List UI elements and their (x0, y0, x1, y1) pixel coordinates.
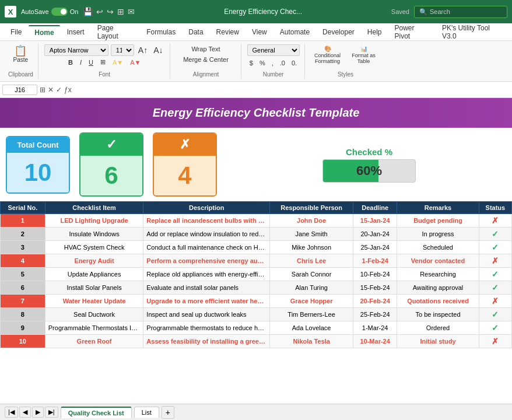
cell-description[interactable]: Replace all incandescent bulbs with LED … (143, 214, 270, 228)
cell-person[interactable]: Tim Berners-Lee (270, 308, 353, 321)
italic-button[interactable]: I (78, 58, 84, 67)
cell-remarks[interactable]: Vendor contacted (397, 254, 479, 268)
number-format-select[interactable]: General (247, 44, 300, 56)
conditional-formatting-button[interactable]: 🎨 Conditional Formatting (311, 44, 345, 65)
underline-button[interactable]: U (86, 58, 96, 67)
cell-status[interactable]: ✓ (479, 268, 511, 281)
cell-description[interactable]: Perform a comprehensive energy audit of … (143, 254, 270, 268)
cell-deadline[interactable]: 15-Jan-24 (353, 214, 397, 228)
wrap-text-button[interactable]: Wrap Text (189, 44, 222, 54)
cell-serial[interactable]: 5 (1, 268, 45, 281)
format-table-button[interactable]: 📊 Format as Table (347, 44, 381, 65)
cell-remarks[interactable]: Quotations received (397, 295, 479, 308)
cell-person[interactable]: Chris Lee (270, 254, 353, 268)
cell-serial[interactable]: 6 (1, 281, 45, 295)
cell-serial[interactable]: 10 (1, 335, 45, 348)
envelope-icon[interactable]: ✉ (128, 7, 135, 16)
cancel-formula-icon[interactable]: ✕ (48, 86, 54, 94)
cell-item[interactable]: Green Roof (45, 335, 143, 348)
save-icon[interactable]: 💾 (83, 7, 93, 16)
tab-developer[interactable]: Developer (317, 26, 360, 38)
cell-description[interactable]: Inspect and seal up ductwork leaks (143, 308, 270, 321)
font-grow-button[interactable]: A↑ (136, 45, 149, 55)
cell-status[interactable]: ✗ (479, 214, 511, 228)
cell-deadline[interactable]: 25-Feb-24 (353, 308, 397, 321)
cell-deadline[interactable]: 10-Mar-24 (353, 335, 397, 348)
cell-remarks[interactable]: Researching (397, 268, 479, 281)
cell-deadline[interactable]: 25-Jan-24 (353, 241, 397, 254)
tab-view[interactable]: View (246, 26, 273, 38)
tab-data[interactable]: Data (183, 26, 209, 38)
table-icon[interactable]: ⊞ (117, 7, 124, 16)
sheet-tab-quality[interactable]: Quality Check List (61, 407, 132, 418)
sheet-last-btn[interactable]: ▶| (45, 407, 58, 418)
redo-icon[interactable]: ↪ (107, 7, 114, 16)
increase-decimal[interactable]: .0 (278, 58, 287, 68)
cell-remarks[interactable]: In progress (397, 228, 479, 241)
cell-status[interactable]: ✓ (479, 281, 511, 295)
add-sheet-button[interactable]: + (162, 406, 174, 419)
cell-item[interactable]: LED Lighting Upgrade (45, 214, 143, 228)
cell-person[interactable]: Ada Lovelace (270, 321, 353, 335)
font-name-select[interactable]: Aptos Narrow (44, 44, 108, 56)
tab-review[interactable]: Review (211, 26, 245, 38)
cell-status[interactable]: ✗ (479, 335, 511, 348)
autosave-toggle[interactable] (51, 8, 68, 16)
cell-deadline[interactable]: 10-Feb-24 (353, 268, 397, 281)
cell-serial[interactable]: 7 (1, 295, 45, 308)
cell-person[interactable]: Nikola Tesla (270, 335, 353, 348)
cell-deadline[interactable]: 20-Jan-24 (353, 228, 397, 241)
tab-power-pivot[interactable]: Power Pivot (389, 22, 435, 43)
tab-pk-utility[interactable]: PK's Utility Tool V3.0 (436, 22, 507, 43)
merge-center-button[interactable]: Merge & Center (181, 55, 231, 64)
currency-button[interactable]: $ (247, 58, 255, 68)
bold-button[interactable]: B (66, 58, 75, 67)
tab-help[interactable]: Help (362, 26, 388, 38)
cell-person[interactable]: Jane Smith (270, 228, 353, 241)
font-shrink-button[interactable]: A↓ (152, 45, 164, 55)
sheet-next-btn[interactable]: ▶ (32, 407, 44, 418)
cell-remarks[interactable]: Budget pending (397, 214, 479, 228)
cell-status[interactable]: ✓ (479, 241, 511, 254)
border-button[interactable]: ⊞ (98, 57, 108, 67)
cell-remarks[interactable]: Scheduled (397, 241, 479, 254)
cell-person[interactable]: Alan Turing (270, 281, 353, 295)
cell-deadline[interactable]: 1-Feb-24 (353, 254, 397, 268)
cell-status[interactable]: ✗ (479, 295, 511, 308)
cell-person[interactable]: John Doe (270, 214, 353, 228)
cell-description[interactable]: Conduct a full maintenance check on HVAC… (143, 241, 270, 254)
cell-item[interactable]: Seal Ductwork (45, 308, 143, 321)
cell-serial[interactable]: 2 (1, 228, 45, 241)
cell-item[interactable]: Update Appliances (45, 268, 143, 281)
confirm-formula-icon[interactable]: ✓ (56, 86, 62, 94)
cell-person[interactable]: Sarah Connor (270, 268, 353, 281)
cell-deadline[interactable]: 15-Feb-24 (353, 281, 397, 295)
cell-serial[interactable]: 9 (1, 321, 45, 335)
insert-function-icon[interactable]: ƒx (64, 86, 72, 94)
comma-button[interactable]: , (269, 58, 276, 68)
cell-serial[interactable]: 1 (1, 214, 45, 228)
cell-item[interactable]: HVAC System Check (45, 241, 143, 254)
tab-formulas[interactable]: Formulas (141, 26, 181, 38)
cell-person[interactable]: Mike Johnson (270, 241, 353, 254)
cell-status[interactable]: ✓ (479, 321, 511, 335)
cell-description[interactable]: Upgrade to a more efficient water heatin… (143, 295, 270, 308)
paste-button[interactable]: 📋 Paste (11, 44, 31, 64)
search-box[interactable]: 🔍 Search (414, 6, 507, 18)
cell-description[interactable]: Evaluate and install solar panels (143, 281, 270, 295)
decrease-decimal[interactable]: 0. (289, 58, 299, 68)
fill-color-button[interactable]: A▼ (110, 58, 125, 67)
cell-reference-input[interactable] (2, 85, 37, 95)
cell-status[interactable]: ✓ (479, 308, 511, 321)
cell-description[interactable]: Programmable thermostats to reduce heati… (143, 321, 270, 335)
tab-page-layout[interactable]: Page Layout (92, 22, 140, 43)
font-size-select[interactable]: 11 (111, 44, 134, 56)
font-color-button[interactable]: A▼ (128, 58, 143, 67)
cell-description[interactable]: Add or replace window insulation to redu… (143, 228, 270, 241)
cell-item[interactable]: Energy Audit (45, 254, 143, 268)
cell-description[interactable]: Assess feasibility of installing a green… (143, 335, 270, 348)
cell-remarks[interactable]: To be inspected (397, 308, 479, 321)
cell-serial[interactable]: 4 (1, 254, 45, 268)
cell-serial[interactable]: 8 (1, 308, 45, 321)
cell-person[interactable]: Grace Hopper (270, 295, 353, 308)
